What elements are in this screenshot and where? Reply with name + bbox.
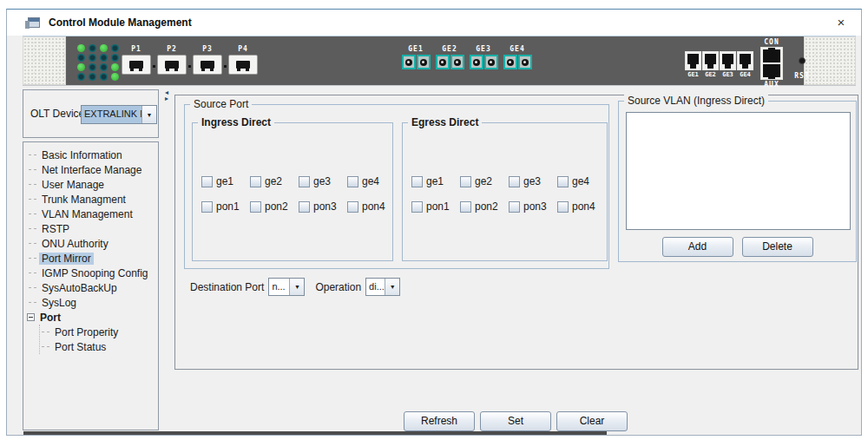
checkbox-icon[interactable] (557, 201, 569, 213)
operation-select[interactable]: di... ▼ (365, 278, 400, 296)
sfp-port-label: P1 (122, 45, 151, 53)
led-teal-icon (89, 54, 96, 62)
tree-item-net-interface-manage[interactable]: Net Interface Manage (27, 162, 158, 177)
operation-value: di... (366, 279, 385, 295)
sfp-port-p1: P1 (122, 45, 151, 75)
splitter-expand-right-icon[interactable]: ▸ (162, 95, 171, 102)
close-icon[interactable]: × (832, 15, 851, 30)
tree-item-igmp-snooping-config[interactable]: IGMP Snooping Config (27, 266, 158, 280)
checkbox-icon[interactable] (557, 176, 569, 187)
checkbox-egress-pon4[interactable]: pon4 (557, 200, 606, 213)
checkbox-egress-pon3[interactable]: pon3 (509, 200, 557, 213)
sfp-module-icon (122, 55, 151, 75)
tree-connector (42, 346, 49, 347)
checkbox-egress-ge3[interactable]: ge3 (509, 175, 557, 187)
tree-connector (42, 332, 49, 332)
egress-direct-title: Egress Direct (408, 116, 482, 128)
clear-button[interactable]: Clear (556, 411, 628, 431)
delete-button[interactable]: Delete (742, 237, 813, 257)
led-teal-icon (100, 54, 108, 62)
checkbox-ingress-pon3[interactable]: pon3 (299, 200, 347, 213)
checkbox-ingress-pon1[interactable]: pon1 (201, 200, 250, 213)
tree-item-trunk-managment[interactable]: Trunk Managment (27, 192, 158, 207)
titlebar: Control Module Management × (7, 10, 861, 36)
tree-item-port-properity[interactable]: Port Properity (40, 325, 158, 339)
led-grid (77, 44, 122, 81)
source-vlan-list[interactable] (626, 112, 851, 230)
source-vlan-title: Source VLAN (Ingress Direct) (624, 95, 768, 107)
checkbox-egress-ge4[interactable]: ge4 (557, 175, 606, 187)
checkbox-ingress-ge1[interactable]: ge1 (201, 175, 250, 187)
tree-item-vlan-management[interactable]: VLAN Management (27, 207, 158, 221)
fiber-connector-icon (450, 55, 464, 69)
set-button[interactable]: Set (480, 411, 551, 431)
destination-port-select[interactable]: n... ▼ (268, 278, 305, 296)
tree-item-port-mirror[interactable]: Port Mirror (27, 251, 158, 266)
egress-direct-group: Egress Direct ge1 ge2 ge3 ge4 pon1 pon2 … (402, 122, 608, 261)
action-buttons: Refresh Set Clear (173, 411, 858, 431)
checkbox-icon[interactable] (347, 201, 358, 213)
led-teal-icon (111, 44, 119, 52)
checkbox-icon[interactable] (299, 201, 310, 213)
checkbox-egress-ge2[interactable]: ge2 (460, 175, 509, 187)
split-pane-divider[interactable]: ◂ ▸ (162, 89, 171, 430)
tree-item-port[interactable]: Port (27, 310, 158, 325)
tree-item-user-manage[interactable]: User Manage (27, 177, 158, 192)
tree-connector (29, 199, 36, 200)
checkbox-egress-pon1[interactable]: pon1 (411, 200, 460, 213)
checkbox-ingress-pon2[interactable]: pon2 (250, 200, 299, 213)
checkbox-icon[interactable] (509, 176, 520, 187)
checkbox-ingress-pon4[interactable]: pon4 (347, 200, 396, 213)
chevron-down-icon[interactable]: ▼ (385, 279, 399, 295)
tree-connector (29, 213, 36, 214)
add-button[interactable]: Add (662, 237, 733, 257)
fiber-connector-icon (436, 55, 450, 69)
led-green-icon (111, 73, 119, 81)
optical-port-label: GE2 (434, 45, 465, 53)
tree-item-basic-information[interactable]: Basic Information (27, 148, 158, 162)
checkbox-icon[interactable] (460, 201, 471, 213)
checkbox-egress-ge1[interactable]: ge1 (411, 175, 460, 187)
checkbox-icon[interactable] (299, 176, 310, 187)
led-teal-icon (111, 54, 119, 62)
led-green-icon (100, 44, 108, 52)
tree-collapse-icon[interactable] (27, 313, 35, 321)
led-green-icon (111, 63, 119, 71)
tree-item-syslog[interactable]: SysLog (27, 295, 158, 310)
checkbox-ingress-ge3[interactable]: ge3 (299, 175, 347, 187)
checkbox-icon[interactable] (250, 176, 261, 187)
source-port-title: Source Port (190, 98, 252, 110)
checkbox-icon[interactable] (411, 176, 423, 187)
tree-item-port-status[interactable]: Port Status (40, 339, 158, 354)
copper-port-label: GE3 (720, 71, 736, 78)
led-teal-icon (77, 54, 85, 62)
checkbox-icon[interactable] (250, 201, 261, 213)
tree-connector (29, 273, 36, 273)
refresh-button[interactable]: Refresh (404, 411, 475, 431)
checkbox-icon[interactable] (347, 176, 358, 187)
rj45-jack-icon (702, 51, 719, 70)
checkbox-icon[interactable] (201, 176, 213, 187)
chevron-down-icon[interactable]: ▼ (141, 106, 156, 123)
console-port-label: CON (759, 38, 785, 46)
checkbox-icon[interactable] (509, 201, 520, 213)
reset-label: RST (793, 72, 811, 80)
sfp-port-label: P3 (193, 45, 222, 53)
tree-item-rstp[interactable]: RSTP (27, 221, 158, 236)
tree-connector (29, 169, 36, 170)
chevron-down-icon[interactable]: ▼ (289, 279, 304, 295)
source-port-group: Source Port Ingress Direct ge1 ge2 ge3 g… (184, 104, 609, 269)
fiber-connector-icon (518, 55, 532, 69)
checkbox-ingress-ge4[interactable]: ge4 (347, 175, 396, 187)
checkbox-ingress-ge2[interactable]: ge2 (250, 175, 299, 187)
checkbox-icon[interactable] (411, 201, 423, 213)
window-icon (28, 17, 40, 28)
tree-item-sysautobackup[interactable]: SysAutoBackUp (27, 280, 158, 295)
checkbox-icon[interactable] (201, 201, 213, 213)
checkbox-egress-pon2[interactable]: pon2 (460, 200, 509, 213)
tree-item-onu-authority[interactable]: ONU Authority (27, 236, 158, 251)
checkbox-icon[interactable] (460, 176, 471, 187)
sfp-module-icon (228, 55, 258, 75)
copper-port-row: GE1 GE2 GE3 GE4 (685, 51, 754, 78)
olt-device-select[interactable]: EXTRALINK E... ▼ (81, 105, 157, 124)
